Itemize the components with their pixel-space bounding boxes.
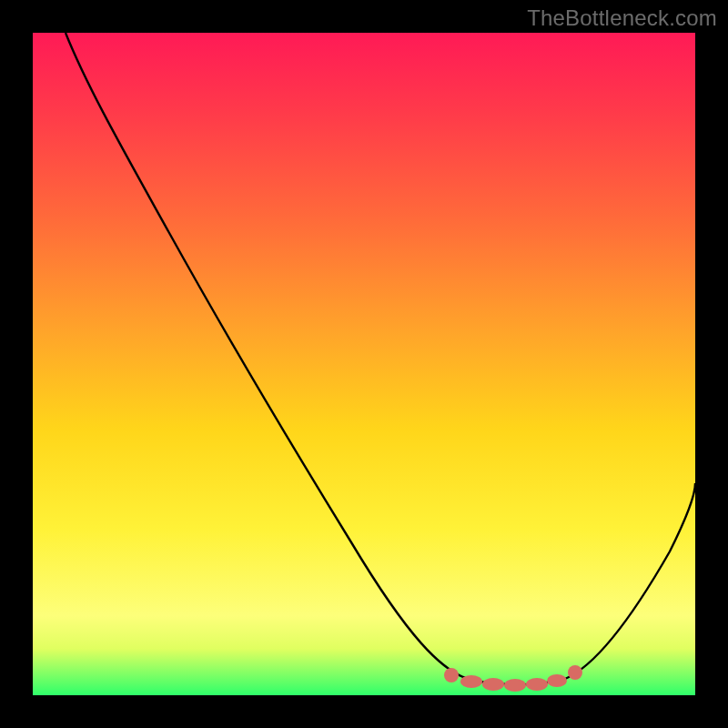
marker-dot — [547, 674, 567, 687]
marker-dot — [482, 678, 504, 691]
chart-frame: TheBottleneck.com — [0, 0, 728, 728]
marker-dot — [504, 679, 526, 692]
curve-layer — [33, 33, 695, 695]
bottleneck-curve — [66, 33, 695, 684]
marker-dot — [568, 665, 582, 680]
marker-dot — [460, 675, 482, 688]
marker-dot — [444, 668, 459, 682]
optimal-range-markers — [444, 665, 582, 692]
marker-dot — [526, 678, 548, 691]
plot-area — [33, 33, 695, 695]
watermark-text: TheBottleneck.com — [527, 5, 717, 31]
